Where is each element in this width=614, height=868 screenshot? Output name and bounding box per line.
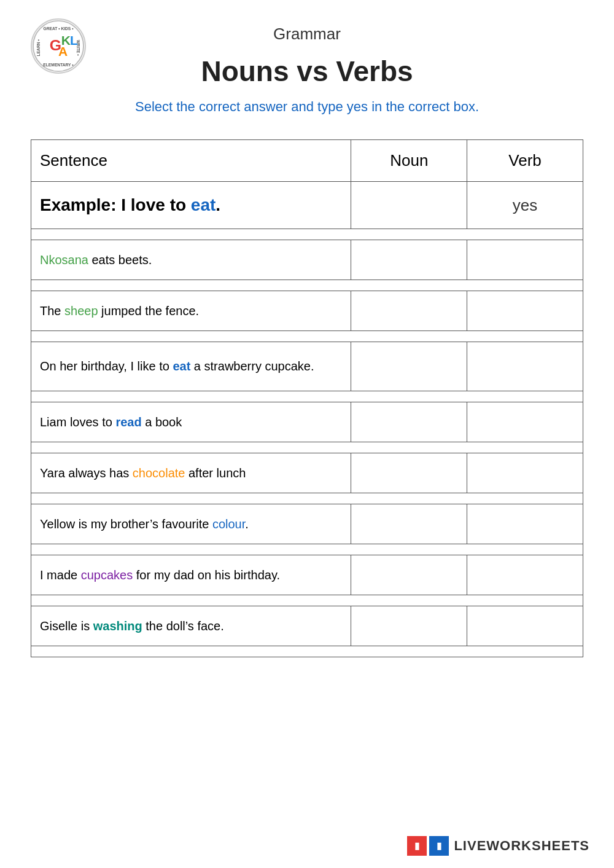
verb-input-5[interactable] xyxy=(481,467,569,480)
sentence-7: I made cupcakes for my dad on his birthd… xyxy=(31,555,351,595)
table-row: Yellow is my brother’s favourite colour. xyxy=(31,504,583,544)
sentence-4: Liam loves to read a book xyxy=(31,402,351,442)
highlight-word: washing xyxy=(93,619,142,633)
verb-cell-1[interactable] xyxy=(467,240,583,280)
highlight-word: colour xyxy=(212,517,245,531)
spacer-4 xyxy=(31,391,583,402)
highlight-word: read xyxy=(115,415,141,429)
column-header-sentence: Sentence xyxy=(31,140,351,182)
verb-input-8[interactable] xyxy=(481,620,569,633)
svg-text:L: L xyxy=(70,33,78,47)
sentence-3: On her birthday, I like to eat a strawbe… xyxy=(31,342,351,391)
sentence-5: Yara always has chocolate after lunch xyxy=(31,453,351,493)
example-text-end: . xyxy=(216,195,220,214)
verb-cell-3[interactable] xyxy=(467,342,583,391)
verb-input-2[interactable] xyxy=(481,305,569,318)
example-verb-cell: yes xyxy=(467,182,583,229)
svg-text:GREAT • KIDS •: GREAT • KIDS • xyxy=(43,26,74,31)
header: GREAT • KIDS • ELEMENTARY • LEARN • WRIT… xyxy=(31,18,583,133)
table-row: Liam loves to read a book xyxy=(31,402,583,442)
column-header-noun: Noun xyxy=(351,140,467,182)
verb-input-4[interactable] xyxy=(481,416,569,429)
svg-text:A: A xyxy=(58,44,68,58)
sentence-2: The sheep jumped the fence. xyxy=(31,291,351,331)
spacer-6 xyxy=(31,493,583,504)
table-row: Yara always has chocolate after lunch xyxy=(31,453,583,493)
verb-cell-8[interactable] xyxy=(467,606,583,646)
spacer-5 xyxy=(31,442,583,453)
noun-input-7[interactable] xyxy=(365,569,453,582)
example-highlight: eat xyxy=(191,195,216,214)
footer-icon-blue: ▮ xyxy=(429,836,449,856)
highlight-word: eat xyxy=(173,359,190,373)
noun-input-8[interactable] xyxy=(365,620,453,633)
svg-text:ELEMENTARY •: ELEMENTARY • xyxy=(43,63,74,67)
noun-input-5[interactable] xyxy=(365,467,453,480)
footer: ▮ ▮ LIVEWORKSHEETS xyxy=(407,836,589,856)
verb-input-1[interactable] xyxy=(481,254,569,267)
table-row: Giselle is washing the doll’s face. xyxy=(31,606,583,646)
spacer-9 xyxy=(31,646,583,657)
table-row: On her birthday, I like to eat a strawbe… xyxy=(31,342,583,391)
example-text-plain: Example: I love to xyxy=(40,195,191,214)
verb-input-7[interactable] xyxy=(481,569,569,582)
verb-cell-2[interactable] xyxy=(467,291,583,331)
verb-cell-7[interactable] xyxy=(467,555,583,595)
example-noun-input[interactable] xyxy=(365,201,453,214)
sentence-8: Giselle is washing the doll’s face. xyxy=(31,606,351,646)
noun-cell-8[interactable] xyxy=(351,606,467,646)
logo: GREAT • KIDS • ELEMENTARY • LEARN • WRIT… xyxy=(31,18,86,74)
footer-brand: LIVEWORKSHEETS xyxy=(454,838,589,854)
highlight-word: sheep xyxy=(64,304,98,318)
spacer-7 xyxy=(31,544,583,555)
noun-cell-3[interactable] xyxy=(351,342,467,391)
noun-input-4[interactable] xyxy=(365,416,453,429)
noun-input-1[interactable] xyxy=(365,254,453,267)
subject-label: Grammar xyxy=(31,25,583,44)
table-row: The sheep jumped the fence. xyxy=(31,291,583,331)
spacer-8 xyxy=(31,595,583,606)
page-title-area: Grammar Nouns vs Verbs Select the correc… xyxy=(31,18,583,133)
sentence-6: Yellow is my brother’s favourite colour. xyxy=(31,504,351,544)
example-sentence: Example: I love to eat. xyxy=(31,182,351,229)
verb-input-6[interactable] xyxy=(481,518,569,531)
spacer-2 xyxy=(31,280,583,291)
example-noun-cell[interactable] xyxy=(351,182,467,229)
verb-cell-5[interactable] xyxy=(467,453,583,493)
main-table: Sentence Noun Verb Example: I love to ea… xyxy=(31,139,583,657)
table-row: Nkosana eats beets. xyxy=(31,240,583,280)
spacer-1 xyxy=(31,229,583,240)
noun-input-3[interactable] xyxy=(365,361,453,373)
verb-cell-6[interactable] xyxy=(467,504,583,544)
noun-cell-5[interactable] xyxy=(351,453,467,493)
noun-cell-2[interactable] xyxy=(351,291,467,331)
example-row: Example: I love to eat. yes xyxy=(31,182,583,229)
verb-input-3[interactable] xyxy=(481,361,569,373)
noun-cell-4[interactable] xyxy=(351,402,467,442)
sentence-1: Nkosana eats beets. xyxy=(31,240,351,280)
highlight-word: cupcakes xyxy=(81,568,133,582)
noun-input-6[interactable] xyxy=(365,518,453,531)
instruction-text: Select the correct answer and type yes i… xyxy=(31,99,583,115)
example-verb-answer: yes xyxy=(513,196,537,214)
noun-input-2[interactable] xyxy=(365,305,453,318)
verb-cell-4[interactable] xyxy=(467,402,583,442)
noun-cell-7[interactable] xyxy=(351,555,467,595)
column-header-verb: Verb xyxy=(467,140,583,182)
spacer-3 xyxy=(31,331,583,342)
footer-icon-red: ▮ xyxy=(407,836,427,856)
highlight-word: chocolate xyxy=(133,466,185,480)
noun-cell-6[interactable] xyxy=(351,504,467,544)
table-row: I made cupcakes for my dad on his birthd… xyxy=(31,555,583,595)
svg-text:LEARN •: LEARN • xyxy=(36,39,41,57)
main-title: Nouns vs Verbs xyxy=(31,55,583,88)
highlight-word: Nkosana xyxy=(40,253,88,267)
table-header-row: Sentence Noun Verb xyxy=(31,140,583,182)
noun-cell-1[interactable] xyxy=(351,240,467,280)
footer-logo: ▮ ▮ xyxy=(407,836,449,856)
